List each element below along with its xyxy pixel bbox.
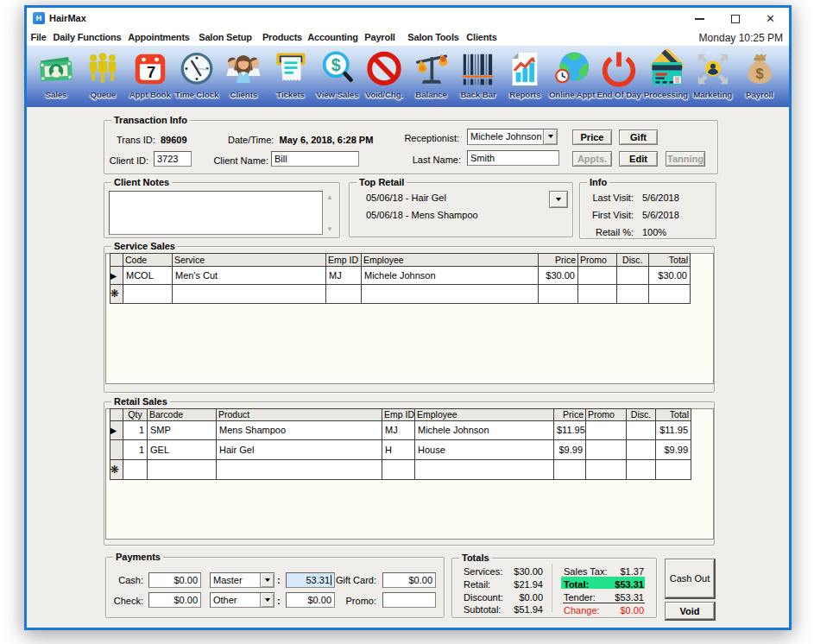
svg-text:$: $ [755, 66, 763, 81]
svg-text:7: 7 [147, 63, 155, 81]
svg-text:$: $ [331, 55, 341, 74]
